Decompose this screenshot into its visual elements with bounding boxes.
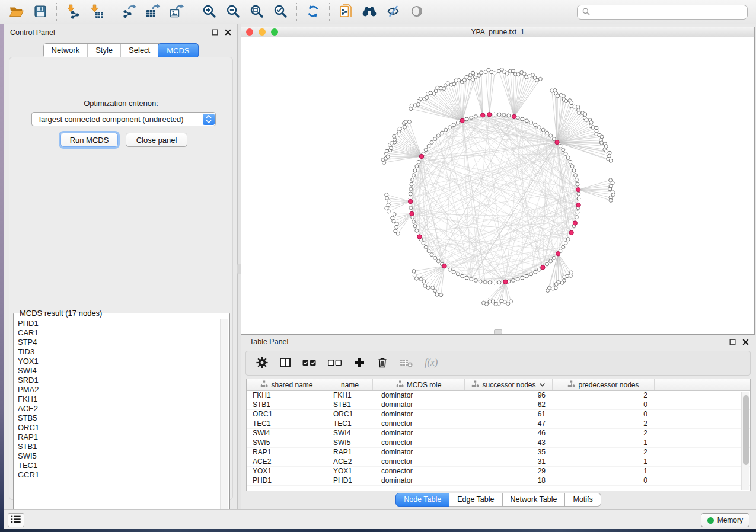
mcds-result-item[interactable]: STB1	[18, 442, 229, 451]
close-table-panel-icon[interactable]	[742, 339, 749, 345]
new-network-file-button[interactable]	[334, 2, 358, 22]
tab-mcds[interactable]: MCDS	[158, 43, 198, 58]
tab-network-table[interactable]: Network Table	[503, 493, 566, 507]
table-row[interactable]: PHD1PHD1dominator180	[247, 476, 750, 486]
table-row[interactable]: ORC1ORC1dominator610	[247, 410, 750, 419]
table-cell: RAP1	[247, 448, 327, 457]
mcds-result-item[interactable]: RAP1	[18, 432, 229, 442]
mcds-result-item[interactable]: SWI4	[18, 366, 229, 376]
zoom-fit-button[interactable]	[245, 2, 269, 22]
open-folder-button[interactable]	[5, 2, 28, 22]
export-image-button[interactable]	[165, 2, 189, 22]
mcds-result-item[interactable]: ORC1	[18, 423, 229, 432]
table-row[interactable]: STB1STB1dominator620	[247, 400, 750, 410]
network-canvas[interactable]	[241, 37, 754, 334]
binoculars-icon	[361, 4, 378, 20]
unselect-all-columns-button[interactable]	[327, 354, 343, 373]
tab-style[interactable]: Style	[88, 44, 121, 57]
tab-node-table[interactable]: Node Table	[395, 493, 449, 507]
binoculars-button[interactable]	[358, 2, 381, 22]
mcds-result-item[interactable]: PMA2	[18, 385, 229, 395]
mcds-result-item[interactable]: SRD1	[18, 376, 229, 385]
table-row[interactable]: SWI4SWI4dominator462	[247, 429, 750, 438]
mcds-result-item[interactable]: TID3	[18, 347, 229, 357]
tab-network[interactable]: Network	[43, 44, 88, 57]
table-cell: ACE2	[327, 457, 373, 466]
mcds-result-item[interactable]: GCR1	[18, 470, 229, 480]
mcds-result-list[interactable]: PHD1CAR1STP4TID3YOX1SWI4SRD1PMA2FKH1ACE2…	[14, 318, 229, 513]
memory-button[interactable]: Memory	[701, 513, 749, 527]
table-cell: PHD1	[247, 476, 327, 485]
table-cell: dominator	[373, 448, 465, 457]
optimization-criterion-dropdown[interactable]: largest connected component (undirected)	[31, 112, 216, 126]
table-row[interactable]: RAP1RAP1dominator352	[247, 448, 750, 457]
optimization-criterion-label: Optimization criterion:	[9, 99, 232, 108]
table-cell: FKH1	[247, 391, 327, 400]
fx-icon: f(x)	[423, 356, 445, 371]
import-table-button[interactable]	[85, 2, 109, 22]
split-panel-button[interactable]	[279, 354, 292, 373]
float-panel-icon[interactable]	[212, 29, 218, 36]
zoom-out-button[interactable]	[221, 2, 245, 22]
mcds-result-item[interactable]: TEC1	[18, 461, 229, 470]
horizontal-splitter-grip[interactable]	[494, 329, 502, 334]
mcds-result-item[interactable]: PHD1	[18, 319, 229, 328]
search-box[interactable]	[577, 5, 748, 20]
task-history-button[interactable]	[8, 513, 24, 527]
mcds-result-item[interactable]: STP4	[18, 338, 229, 347]
table-cell: 46	[465, 429, 553, 438]
table-row[interactable]: FKH1FKH1dominator962	[247, 391, 750, 400]
list-icon	[11, 515, 21, 526]
table-settings-gear-button[interactable]	[256, 354, 269, 373]
column-header-name[interactable]: name	[327, 379, 373, 390]
mcds-result-item[interactable]: FKH1	[18, 395, 229, 404]
export-table-icon	[145, 4, 161, 21]
tab-motifs[interactable]: Motifs	[565, 493, 601, 507]
table-cell: SWI5	[327, 438, 373, 447]
refresh-button[interactable]	[301, 2, 325, 22]
column-header-shared-name[interactable]: shared name	[247, 379, 327, 390]
table-row[interactable]: SWI5SWI5connector431	[247, 438, 750, 448]
table-scrollbar-thumb[interactable]	[743, 395, 749, 465]
close-panel-icon[interactable]	[225, 29, 231, 36]
node-table: shared namenameMCDS rolesuccessor nodesp…	[246, 379, 751, 491]
hide-panel-button[interactable]	[381, 2, 405, 22]
toolbar-separator	[56, 3, 57, 21]
mcds-result-item[interactable]: ACE2	[18, 404, 229, 414]
export-network-button[interactable]	[117, 2, 141, 22]
column-header-MCDS-role[interactable]: MCDS role	[373, 379, 465, 390]
node-table-header: shared namenameMCDS rolesuccessor nodesp…	[247, 379, 750, 391]
table-cell: TEC1	[327, 419, 373, 428]
delete-columns-button[interactable]	[376, 354, 389, 373]
mcds-result-item[interactable]: YOX1	[18, 357, 229, 366]
export-table-button[interactable]	[141, 2, 165, 22]
mcds-list-scrollbar[interactable]	[220, 319, 228, 527]
table-row[interactable]: YOX1YOX1connector291	[247, 467, 750, 476]
network-window-titlebar[interactable]: YPA_prune.txt_1	[241, 27, 755, 37]
float-table-panel-icon[interactable]	[729, 339, 736, 345]
run-mcds-button[interactable]: Run MCDS	[60, 133, 118, 147]
table-row[interactable]: ACE2ACE2connector311	[247, 457, 750, 467]
control-panel: Control Panel NetworkStyleSelectMCDS Opt…	[4, 24, 238, 509]
zoom-in-button[interactable]	[197, 2, 221, 22]
network-nodes[interactable]	[381, 68, 615, 306]
add-column-button[interactable]	[353, 354, 366, 373]
tab-edge-table[interactable]: Edge Table	[449, 493, 502, 507]
column-header-successor-nodes[interactable]: successor nodes	[465, 379, 553, 390]
table-cell: ORC1	[327, 410, 373, 419]
search-input[interactable]	[594, 8, 742, 17]
show-eye-button[interactable]	[405, 2, 429, 22]
mcds-result-item[interactable]: SWI5	[18, 451, 229, 461]
close-panel-button[interactable]: Close panel	[126, 133, 187, 147]
save-button[interactable]	[28, 2, 52, 22]
mcds-result-item[interactable]: CAR1	[18, 328, 229, 338]
table-row[interactable]: TEC1TEC1connector472	[247, 419, 750, 429]
column-header-predecessor-nodes[interactable]: predecessor nodes	[553, 379, 655, 390]
tab-select[interactable]: Select	[121, 44, 158, 57]
zoom-selected-button[interactable]	[269, 2, 292, 22]
table-scrollbar[interactable]	[741, 392, 749, 490]
import-network-button[interactable]	[61, 2, 85, 22]
select-all-columns-button[interactable]	[302, 354, 317, 373]
network-canvas-container	[241, 37, 755, 335]
mcds-result-item[interactable]: STB5	[18, 414, 229, 423]
